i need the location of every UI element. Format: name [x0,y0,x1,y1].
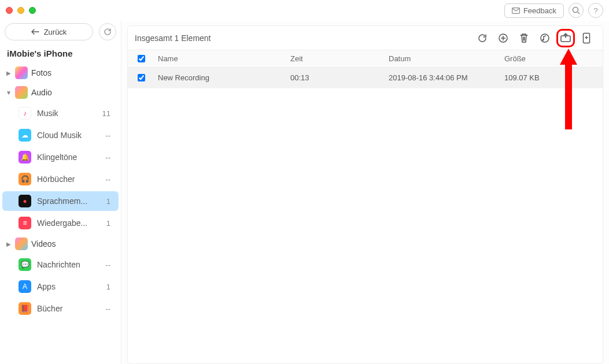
chevron-right-icon: ▶ [6,70,12,76]
sidebar-item-apps[interactable]: A Apps 1 [2,277,119,296]
refresh-icon [104,28,112,36]
sidebar-item-cloud-musik[interactable]: ☁ Cloud Musik -- [2,125,119,145]
sidebar-item-count: 1 [106,283,112,291]
row-checkbox[interactable] [138,74,145,81]
svg-point-4 [542,39,544,40]
cloud-icon: ☁ [19,129,31,142]
cell-date: 2019-08-16 3:44:06 PM [389,73,504,82]
window-minimize-button[interactable] [17,7,24,14]
cell-name: New Recording [154,73,290,82]
plus-circle-icon [498,33,508,43]
sidebar-item-count: -- [105,304,112,313]
cell-size: 109.07 KB [504,73,603,82]
search-icon [572,6,580,14]
sidebar-item-count: -- [105,175,112,184]
playlist-icon: ≡ [19,217,31,229]
sidebar-item-count: 1 [106,219,112,228]
back-label: Zurück [44,28,67,36]
search-button[interactable] [569,3,584,18]
audio-icon [15,86,28,99]
category-label: Videos [31,239,56,248]
help-icon: ? [593,6,597,15]
svg-point-1 [573,8,578,13]
table-row[interactable]: New Recording 00:13 2019-08-16 3:44:06 P… [128,68,603,88]
col-name-header[interactable]: Name [154,54,290,63]
delete-button[interactable] [515,29,533,47]
trash-icon [519,33,529,43]
window-close-button[interactable] [6,7,13,14]
messages-icon: 💬 [19,258,31,271]
refresh-button[interactable] [473,29,492,47]
sidebar-item-label: Sprachmem... [37,196,101,206]
add-button[interactable] [494,29,512,47]
mail-icon [512,8,520,14]
total-count-label: Insgesamt 1 Element [135,34,211,43]
sidebar-refresh-button[interactable] [99,23,116,40]
chevron-right-icon: ▶ [6,241,12,247]
col-date-header[interactable]: Datum [389,54,504,63]
books-icon: 📕 [19,302,31,315]
feedback-label: Feedback [523,6,556,15]
titlebar: Feedback ? [0,0,609,21]
sidebar-item-bucher[interactable]: 📕 Bücher -- [2,299,119,318]
sidebar-item-label: Bücher [37,304,99,313]
sidebar-item-nachrichten[interactable]: 💬 Nachrichten -- [2,255,119,274]
sidebar-item-label: Cloud Musik [37,131,99,140]
main-pane: Insgesamt 1 Element [121,21,609,364]
sidebar-item-count: -- [105,261,112,269]
videos-icon [15,237,28,250]
category-label: Fotos [31,68,51,77]
col-time-header[interactable]: Zeit [290,54,389,63]
to-itunes-button[interactable] [536,29,554,47]
voice-memo-icon: ● [19,195,31,207]
toolbar: Insgesamt 1 Element [128,26,603,50]
sidebar-item-label: Apps [37,282,101,291]
refresh-icon [477,33,488,43]
sidebar-item-klingeltone[interactable]: 🔔 Klingeltöne -- [2,147,119,167]
sidebar-item-label: Wiedergabe... [37,218,101,228]
sidebar: Zurück iMobie's iPhone ▶ Fotos ▼ Audio [0,21,121,364]
device-title: iMobie's iPhone [0,45,121,63]
select-all-checkbox[interactable] [138,55,145,62]
to-device-button[interactable] [577,29,596,47]
feedback-button[interactable]: Feedback [504,3,564,18]
help-button[interactable]: ? [588,3,603,18]
table-header: Name Zeit Datum Größe [128,50,603,68]
to-computer-button[interactable] [556,29,575,47]
sidebar-item-horbucher[interactable]: 🎧 Hörbücher -- [2,169,119,189]
col-size-header[interactable]: Größe [504,54,603,63]
apps-icon: A [19,280,31,293]
to-device-icon [582,32,590,44]
chevron-down-icon: ▼ [6,90,12,96]
sidebar-category-audio[interactable]: ▼ Audio [0,83,121,102]
sidebar-item-label: Musik [37,109,97,118]
cell-time: 00:13 [290,73,389,82]
window-controls [6,7,36,14]
sidebar-item-count: -- [105,153,112,162]
sidebar-category-fotos[interactable]: ▶ Fotos [0,63,121,83]
sidebar-item-label: Klingeltöne [37,153,99,162]
fotos-icon [15,66,28,79]
sidebar-item-musik[interactable]: ♪ Musik 11 [2,103,119,123]
sidebar-item-label: Nachrichten [37,260,99,269]
sidebar-item-count: 11 [102,109,112,118]
category-label: Audio [31,88,52,97]
audiobook-icon: 🎧 [19,173,31,185]
itunes-icon [540,33,550,43]
back-button[interactable]: Zurück [5,23,93,40]
music-icon: ♪ [19,107,31,120]
window-zoom-button[interactable] [29,7,36,14]
bell-icon: 🔔 [19,151,31,164]
arrow-left-icon [31,29,39,35]
sidebar-item-label: Hörbücher [37,174,99,184]
sidebar-category-videos[interactable]: ▶ Videos [0,234,121,254]
sidebar-item-sprachmemos[interactable]: ● Sprachmem... 1 [2,191,119,211]
sidebar-item-count: 1 [106,197,112,206]
sidebar-item-wiedergabelisten[interactable]: ≡ Wiedergabe... 1 [2,213,119,233]
sidebar-item-count: -- [105,131,112,140]
to-computer-icon [560,33,571,43]
svg-point-3 [541,34,549,42]
